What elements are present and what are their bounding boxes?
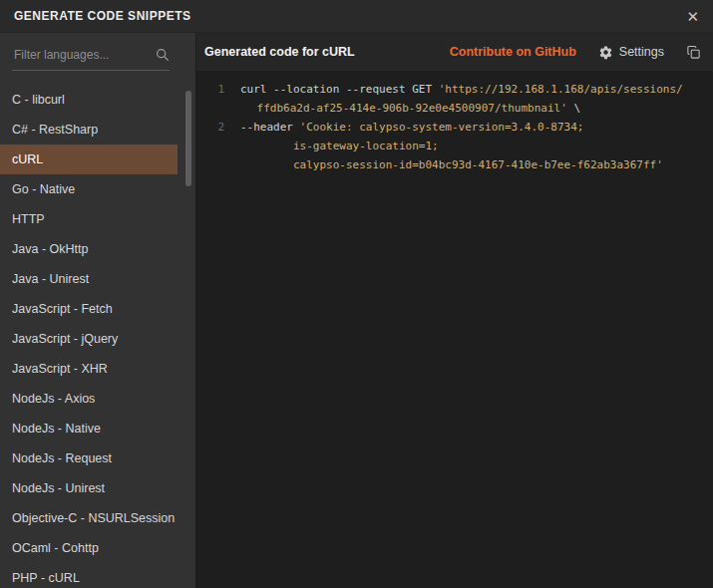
code-token: calypso-session-id=b04bc93d-4167-410e-b7… — [293, 158, 663, 171]
language-item[interactable]: JavaScript - jQuery — [0, 324, 178, 354]
language-item[interactable]: Go - Native — [0, 174, 178, 204]
filter-languages-input[interactable] — [12, 47, 156, 63]
language-item-selected[interactable]: cURL — [0, 145, 178, 174]
dialog-body: C - libcurlC# - RestSharpcURLGo - Native… — [0, 33, 713, 588]
code-panel: Generated code for cURL Contribute on Gi… — [195, 33, 713, 588]
generated-code-title: Generated code for cURL — [204, 45, 355, 59]
code-line: 1curl --location --request GET 'https://… — [196, 80, 713, 99]
code-line: 2--header 'Cookie: calypso-system-versio… — [196, 118, 713, 137]
code-token: \ — [567, 102, 580, 115]
code-token: is-gateway-location=1; — [293, 140, 439, 152]
language-item[interactable]: OCaml - Cohttp — [0, 533, 178, 563]
code-text: is-gateway-location=1; — [240, 137, 439, 155]
code-editor[interactable]: 1curl --location --request GET 'https://… — [196, 71, 713, 588]
line-number: 2 — [196, 118, 240, 137]
language-item[interactable]: C# - RestSharp — [0, 115, 178, 145]
code-line: is-gateway-location=1; — [196, 137, 713, 155]
settings-button[interactable]: Settings — [598, 45, 664, 60]
code-token: --header — [240, 121, 300, 134]
code-token: 'https://192.168.1.168/apis/sessions/ — [439, 83, 683, 96]
language-item[interactable]: Java - Unirest — [0, 264, 178, 294]
language-item[interactable]: JavaScript - Fetch — [0, 294, 178, 324]
code-token: curl --location --request GET — [240, 83, 439, 96]
line-number — [196, 155, 240, 174]
line-number — [196, 99, 240, 118]
code-text: ffdb6a2d-af25-414e-906b-92e0e4500907/thu… — [240, 99, 580, 118]
code-token: 'Cookie: calypso-system-version=3.4.0-87… — [300, 121, 584, 134]
language-item[interactable]: Java - OkHttp — [0, 234, 178, 264]
settings-label: Settings — [619, 45, 664, 59]
language-item[interactable]: HTTP — [0, 204, 178, 234]
language-list: C - libcurlC# - RestSharpcURLGo - Native… — [0, 85, 178, 588]
code-line: ffdb6a2d-af25-414e-906b-92e0e4500907/thu… — [196, 99, 713, 118]
code-panel-header: Generated code for cURL Contribute on Gi… — [196, 33, 713, 71]
search-icon — [156, 48, 170, 62]
language-item[interactable]: C - libcurl — [0, 85, 178, 115]
dialog-title: GENERATE CODE SNIPPETS — [14, 9, 190, 23]
language-item[interactable]: NodeJs - Request — [0, 443, 178, 473]
code-text: curl --location --request GET 'https://1… — [240, 80, 683, 99]
gear-icon — [598, 45, 613, 60]
code-text: --header 'Cookie: calypso-system-version… — [240, 118, 583, 137]
header-actions: Contribute on GitHub Settings — [450, 45, 701, 60]
filter-languages-field — [12, 47, 170, 71]
code-token: ffdb6a2d-af25-414e-906b-92e0e4500907/thu… — [257, 102, 567, 115]
close-icon[interactable]: ✕ — [686, 9, 699, 24]
language-item[interactable]: Objective-C - NSURLSession — [0, 503, 178, 533]
copy-icon[interactable] — [686, 45, 701, 60]
language-sidebar: C - libcurlC# - RestSharpcURLGo - Native… — [0, 33, 195, 588]
code-line: calypso-session-id=b04bc93d-4167-410e-b7… — [196, 155, 713, 174]
language-item[interactable]: PHP - cURL — [0, 563, 178, 588]
sidebar-scrollbar-thumb[interactable] — [185, 91, 191, 186]
generate-code-snippets-dialog: GENERATE CODE SNIPPETS ✕ C - libcurlC# -… — [0, 0, 713, 588]
line-number — [196, 137, 240, 155]
language-item[interactable]: NodeJs - Native — [0, 414, 178, 443]
language-item[interactable]: JavaScript - XHR — [0, 354, 178, 384]
line-number: 1 — [196, 80, 240, 99]
dialog-titlebar: GENERATE CODE SNIPPETS ✕ — [0, 0, 713, 33]
language-item[interactable]: NodeJs - Unirest — [0, 473, 178, 503]
contribute-on-github-link[interactable]: Contribute on GitHub — [450, 45, 576, 59]
language-item[interactable]: NodeJs - Axios — [0, 384, 178, 414]
code-text: calypso-session-id=b04bc93d-4167-410e-b7… — [240, 155, 663, 174]
